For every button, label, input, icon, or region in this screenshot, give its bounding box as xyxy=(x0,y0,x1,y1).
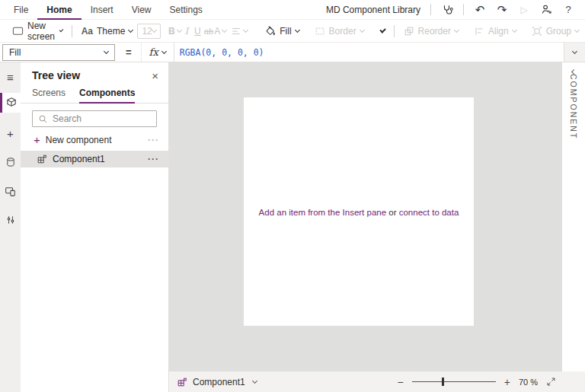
search-input[interactable] xyxy=(53,113,144,124)
power-apps-studio: File Home Insert View Settings MD Compon… xyxy=(0,0,585,392)
tab-screens[interactable]: Screens xyxy=(32,85,66,103)
group-button[interactable]: Group xyxy=(532,26,579,37)
undo-icon[interactable]: ↶ xyxy=(474,4,486,15)
border-icon xyxy=(315,26,325,37)
media-rail-icon[interactable] xyxy=(0,181,21,201)
underline-label: U xyxy=(194,26,201,37)
canvas-row: Add an item from the Insert pane or conn… xyxy=(169,62,585,371)
align-label: Align xyxy=(488,26,509,37)
hint-or-text: or xyxy=(386,208,399,217)
property-dropdown[interactable]: Fill xyxy=(2,44,115,61)
search-icon xyxy=(38,114,48,124)
strikethrough-label: ab xyxy=(204,27,213,36)
align-objects-icon xyxy=(474,26,484,37)
hamburger-menu-icon[interactable]: ≡ xyxy=(0,67,21,87)
group-label: Group xyxy=(546,26,571,37)
menu-bar: File Home Insert View Settings MD Compon… xyxy=(0,0,585,20)
new-screen-label: New screen xyxy=(27,21,56,42)
ribbon-toolbar: New screen Aa Theme 12 B I U ab A xyxy=(0,20,585,43)
group-icon xyxy=(532,26,542,37)
ellipsis-icon[interactable]: ··· xyxy=(148,135,159,145)
fill-button[interactable]: Fill xyxy=(264,25,299,37)
formula-input[interactable]: RGBA(0, 0, 0, 0) xyxy=(174,43,564,62)
share-person-icon[interactable] xyxy=(540,4,552,15)
text-align-button[interactable] xyxy=(231,26,248,37)
tree-view-header: Tree view × xyxy=(21,62,168,85)
menu-home[interactable]: Home xyxy=(37,0,81,20)
insert-rail-icon[interactable]: + xyxy=(0,123,21,143)
close-icon[interactable]: × xyxy=(152,70,158,81)
reorder-button[interactable]: Reorder xyxy=(404,26,459,37)
connect-to-data-link[interactable]: connect to data xyxy=(399,208,459,217)
app-checker-icon[interactable] xyxy=(441,4,453,16)
divider xyxy=(394,25,395,37)
more-formatting-chevron-icon[interactable] xyxy=(379,27,386,33)
menu-insert[interactable]: Insert xyxy=(82,0,123,20)
italic-label: I xyxy=(184,26,188,37)
tree-view-rail-icon[interactable] xyxy=(0,93,21,113)
component-properties-collapsed-panel[interactable]: COMPONENT xyxy=(561,62,585,371)
formula-bar: Fill = fx RGBA(0, 0, 0, 0) xyxy=(0,43,585,62)
font-color-button[interactable]: A xyxy=(214,26,226,37)
data-rail-icon[interactable] xyxy=(0,152,21,172)
chevron-down-icon xyxy=(574,27,580,33)
text-align-icon xyxy=(231,26,241,37)
zoom-out-button[interactable]: − xyxy=(398,377,404,387)
current-screen-selector[interactable]: Component1 xyxy=(177,377,257,387)
zoom-slider-track[interactable] xyxy=(412,381,496,382)
chevron-down-icon xyxy=(572,49,577,54)
new-screen-button[interactable]: New screen xyxy=(12,21,62,42)
theme-button[interactable]: Aa Theme xyxy=(82,26,133,37)
bold-button[interactable]: B xyxy=(168,26,181,37)
bold-label: B xyxy=(168,26,175,37)
fx-icon: fx xyxy=(149,46,158,58)
redo-icon[interactable]: ↷ xyxy=(496,4,508,15)
strikethrough-button[interactable]: ab xyxy=(203,27,215,36)
canvas-area[interactable]: Add an item from the Insert pane or conn… xyxy=(169,62,561,371)
panel-title: Tree view xyxy=(32,69,80,81)
menu-view[interactable]: View xyxy=(123,0,161,20)
chevron-down-icon xyxy=(295,27,300,33)
screen-icon xyxy=(12,25,24,37)
fit-to-window-icon[interactable] xyxy=(546,377,556,387)
divider xyxy=(463,4,464,15)
help-icon[interactable]: ? xyxy=(562,4,574,15)
ellipsis-icon[interactable]: ··· xyxy=(148,154,159,164)
zoom-slider-handle[interactable] xyxy=(442,378,444,386)
chevron-down-icon xyxy=(128,27,133,33)
font-size-dropdown[interactable]: 12 xyxy=(137,24,161,39)
tab-components[interactable]: Components xyxy=(79,85,135,104)
italic-button[interactable]: I xyxy=(181,26,193,37)
formula-bar-expand-button[interactable] xyxy=(564,43,585,62)
divider xyxy=(72,25,72,37)
border-button[interactable]: Border xyxy=(315,26,364,37)
chevron-down-icon xyxy=(104,49,109,54)
canvas-wrap: Add an item from the Insert pane or conn… xyxy=(169,62,585,392)
tree-item-component1[interactable]: Component1 ··· xyxy=(21,151,168,167)
add-item-link[interactable]: Add an item from the Insert pane xyxy=(259,208,386,217)
reorder-label: Reorder xyxy=(418,26,451,37)
align-button[interactable]: Align xyxy=(474,26,516,37)
tree-view-tabs: Screens Components xyxy=(21,85,168,104)
component-artboard[interactable]: Add an item from the Insert pane or conn… xyxy=(244,97,474,326)
advanced-tools-rail-icon[interactable] xyxy=(0,210,21,230)
play-icon[interactable]: ▷ xyxy=(518,5,530,15)
main-area: ≡ + xyxy=(0,62,585,392)
zoom-in-button[interactable]: + xyxy=(504,377,510,387)
new-component-row[interactable]: + New component ··· xyxy=(21,131,168,148)
chevron-down-icon xyxy=(243,27,248,33)
zoom-slider[interactable] xyxy=(412,377,496,387)
status-bar: Component1 − + 70 % xyxy=(169,371,585,392)
left-rail: ≡ + xyxy=(0,62,21,392)
reorder-icon xyxy=(404,26,414,37)
search-box[interactable] xyxy=(32,110,157,127)
underline-button[interactable]: U xyxy=(192,26,203,37)
chevron-down-icon xyxy=(454,27,459,33)
menu-settings[interactable]: Settings xyxy=(161,0,212,20)
component-icon xyxy=(177,377,187,387)
fx-dropdown[interactable]: fx xyxy=(141,43,174,62)
menu-file[interactable]: File xyxy=(5,0,37,20)
zoom-percentage: 70 % xyxy=(519,378,538,387)
border-label: Border xyxy=(329,26,356,37)
component-panel-label: COMPONENT xyxy=(569,74,578,139)
